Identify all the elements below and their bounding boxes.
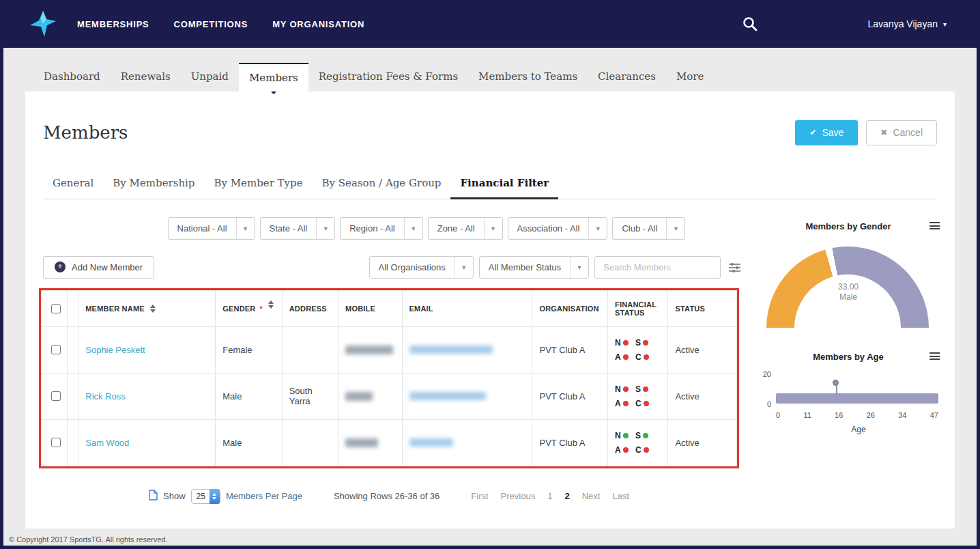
required-asterisk: * xyxy=(260,305,263,313)
subtab-financial-filter[interactable]: Financial Filter xyxy=(450,170,558,199)
add-member-label: Add New Member xyxy=(72,262,143,272)
tab-dashboard[interactable]: Dashboard xyxy=(33,63,111,92)
add-new-member-button[interactable]: + Add New Member xyxy=(43,256,154,279)
header-status: STATUS xyxy=(668,290,737,326)
brand-logo[interactable] xyxy=(29,10,58,38)
age-x-axis: 0 11 16 26 34 47 xyxy=(776,411,938,419)
hierarchy-filters: National - All ▾ State - All ▾ Region - … xyxy=(113,217,740,240)
members-table: MEMBER NAME GENDER * xyxy=(41,290,737,466)
spacer-column xyxy=(68,290,78,326)
hamburger-icon[interactable] xyxy=(929,352,940,360)
age-y-axis: 20 0 xyxy=(755,373,776,407)
member-name-link[interactable]: Sophie Peskett xyxy=(85,345,145,355)
association-status-dot xyxy=(623,447,629,453)
age-chart-header: Members by Age xyxy=(755,352,941,362)
chevron-down-icon[interactable]: ▾ xyxy=(666,218,684,239)
save-button[interactable]: ✔ Save xyxy=(795,120,858,145)
subtab-by-season-age-group[interactable]: By Season / Age Group xyxy=(313,170,451,199)
pager-last[interactable]: Last xyxy=(612,491,629,501)
per-page-select[interactable]: 25 xyxy=(191,489,220,504)
export-icon[interactable] xyxy=(149,490,158,503)
organisation-filter-dropdown[interactable]: All Organisations ▾ xyxy=(369,256,474,279)
email-cell xyxy=(402,419,532,466)
subtab-by-membership[interactable]: By Membership xyxy=(103,170,204,199)
tab-members[interactable]: Members xyxy=(239,63,308,92)
redacted-email xyxy=(409,346,493,354)
spacer-cell xyxy=(68,373,78,419)
search-icon[interactable] xyxy=(742,16,758,32)
plus-icon: + xyxy=(55,262,66,272)
club-status-dot xyxy=(644,447,649,453)
module-tabs: Dashboard Renewals Unpaid Members Regist… xyxy=(3,48,977,92)
search-members-input[interactable] xyxy=(594,256,721,279)
age-axis-title: Age xyxy=(776,425,941,434)
tab-clearances[interactable]: Clearances xyxy=(588,63,666,92)
cancel-button[interactable]: ✖ Cancel xyxy=(866,120,937,145)
gender-header-label: GENDER xyxy=(222,305,255,313)
donut-center-label: 33.00 Male xyxy=(766,282,930,302)
organisation-filter-label: All Organisations xyxy=(370,257,455,278)
member-name-link[interactable]: Sam Wood xyxy=(85,438,129,448)
organisation-cell: PVT Club A xyxy=(532,326,608,373)
pager-page-1[interactable]: 1 xyxy=(547,491,552,501)
nav-item-memberships[interactable]: MEMBERSHIPS xyxy=(77,19,149,29)
user-menu[interactable]: Lavanya Vijayan ▾ xyxy=(867,18,947,29)
chevron-down-icon[interactable]: ▾ xyxy=(588,218,607,239)
x-tick: 26 xyxy=(867,411,875,419)
tab-members-to-teams[interactable]: Members to Teams xyxy=(468,63,588,92)
chevron-down-icon[interactable]: ▾ xyxy=(404,218,422,239)
chevron-down-icon[interactable]: ▾ xyxy=(570,257,588,278)
chevron-down-icon[interactable]: ▾ xyxy=(236,218,255,239)
members-table-highlight: MEMBER NAME GENDER * xyxy=(39,288,739,468)
page-title: Members xyxy=(43,122,128,143)
organisation-cell: PVT Club A xyxy=(532,419,608,466)
region-filter-label: Region - All xyxy=(341,218,403,239)
club-filter-label: Club - All xyxy=(613,218,666,239)
chevron-down-icon[interactable]: ▾ xyxy=(455,257,473,278)
financial-status-cell: N S A C xyxy=(608,326,668,373)
row-checkbox[interactable] xyxy=(51,438,61,447)
pager-previous[interactable]: Previous xyxy=(501,491,536,501)
pager-page-2-current[interactable]: 2 xyxy=(564,491,569,501)
member-name-link[interactable]: Rick Ross xyxy=(85,391,126,402)
sort-icon[interactable] xyxy=(150,305,156,313)
pager-first[interactable]: First xyxy=(471,491,488,501)
row-checkbox[interactable] xyxy=(51,391,61,401)
row-checkbox[interactable] xyxy=(51,345,61,354)
tab-unpaid[interactable]: Unpaid xyxy=(181,63,239,92)
sliders-icon[interactable] xyxy=(729,262,740,272)
subtab-by-member-type[interactable]: By Member Type xyxy=(204,170,312,199)
y-tick-0: 0 xyxy=(767,400,771,408)
nav-item-competitions[interactable]: COMPETITIONS xyxy=(174,19,248,29)
redacted-mobile xyxy=(345,346,393,354)
per-page-suffix-label: Members Per Page xyxy=(226,491,302,501)
tab-more[interactable]: More xyxy=(666,63,714,92)
save-label: Save xyxy=(822,127,844,138)
member-status-filter-label: All Member Status xyxy=(480,257,570,278)
subtab-general[interactable]: General xyxy=(43,170,103,199)
tab-renewals[interactable]: Renewals xyxy=(111,63,181,92)
nav-item-my-organisation[interactable]: MY ORGANISATION xyxy=(272,19,364,29)
age-chart: Members by Age 20 0 xyxy=(755,352,941,434)
zone-filter-dropdown[interactable]: Zone - All ▾ xyxy=(428,217,503,240)
x-tick: 11 xyxy=(803,411,811,419)
state-filter-dropdown[interactable]: State - All ▾ xyxy=(260,217,336,240)
age-plot-area: 20 0 xyxy=(755,373,941,407)
chevron-down-icon[interactable]: ▾ xyxy=(316,218,334,239)
chevron-down-icon[interactable]: ▾ xyxy=(484,218,502,239)
rows-summary: Showing Rows 26-36 of 36 xyxy=(334,491,439,501)
pager-next[interactable]: Next xyxy=(582,491,601,501)
member-status-filter-dropdown[interactable]: All Member Status ▾ xyxy=(479,256,589,279)
redacted-mobile xyxy=(345,392,373,401)
tab-registration-fees-forms[interactable]: Registration Fees & Forms xyxy=(308,63,468,92)
donut-center-sublabel: Male xyxy=(766,292,930,302)
select-all-checkbox[interactable] xyxy=(51,304,61,313)
address-cell xyxy=(282,419,338,466)
association-filter-dropdown[interactable]: Association - All ▾ xyxy=(508,217,608,240)
region-filter-dropdown[interactable]: Region - All ▾ xyxy=(340,217,422,240)
hamburger-icon[interactable] xyxy=(929,222,940,229)
national-filter-dropdown[interactable]: National - All ▾ xyxy=(168,217,255,240)
age-marker-dot xyxy=(833,380,839,386)
club-filter-dropdown[interactable]: Club - All ▾ xyxy=(612,217,685,240)
sort-icon[interactable] xyxy=(268,300,274,309)
